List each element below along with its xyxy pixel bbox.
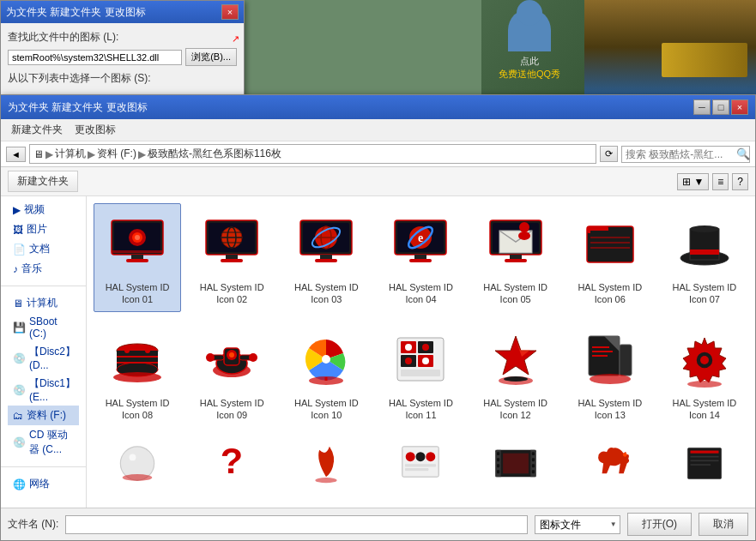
sidebar-item-c[interactable]: 💾 SBoot (C:) xyxy=(8,313,79,342)
icon-15 xyxy=(103,440,172,485)
bg-decoration: 点此 免费送他QQ秀 xyxy=(481,0,756,94)
docs-icon: 📄 xyxy=(13,243,26,255)
close-btn[interactable]: × xyxy=(731,99,748,115)
file-item-04[interactable]: e HAL System ID Icon 04 xyxy=(377,203,464,312)
sidebar-item-cd[interactable]: 💿 CD 驱动器 (C... xyxy=(8,425,79,460)
svg-rect-108 xyxy=(497,458,499,461)
bg-dialog-input-row: 浏览(B)... ↗ xyxy=(8,48,237,66)
file-item-11[interactable]: HAL System ID Icon 11 xyxy=(377,319,464,428)
icon-18 xyxy=(386,440,455,485)
maximize-btn[interactable]: □ xyxy=(712,99,729,115)
music-icon: ♪ xyxy=(13,263,18,275)
crumb-drive[interactable]: 资料 (F:) xyxy=(97,147,136,161)
file-item-15[interactable] xyxy=(94,434,181,485)
bg-dialog-label1: 查找此文件中的图标 (L): xyxy=(8,30,237,45)
back-btn[interactable]: ◄ xyxy=(6,147,26,162)
sidebar-label-d: 【Disc2】(D... xyxy=(29,345,76,371)
help-btn[interactable]: ? xyxy=(732,173,748,190)
svg-rect-84 xyxy=(620,345,632,376)
file-label-05: HAL System ID Icon 05 xyxy=(477,281,554,306)
file-item-05[interactable]: HAL System ID Icon 05 xyxy=(472,203,559,312)
icon-16: ? xyxy=(197,440,266,485)
crumb-sep1: ▶ xyxy=(45,148,53,160)
file-item-18[interactable] xyxy=(377,434,464,485)
svg-point-54 xyxy=(124,348,130,353)
refresh-btn[interactable]: ⟳ xyxy=(600,146,618,162)
sidebar-div2 xyxy=(1,466,86,467)
svg-point-99 xyxy=(406,452,415,461)
crumb-icon: 🖥 xyxy=(33,148,44,160)
arrow-indicator: ↗ xyxy=(232,33,239,45)
svg-rect-113 xyxy=(531,464,534,467)
content-area: ▶ 视频 🖼 图片 📄 文档 ♪ 音乐 🖥 xyxy=(1,196,755,508)
sidebar-item-music[interactable]: ♪ 音乐 xyxy=(8,259,79,279)
file-item-06[interactable]: HAL System ID Icon 06 xyxy=(566,203,654,312)
icon-09 xyxy=(197,325,266,394)
svg-marker-79 xyxy=(495,336,536,375)
file-item-17[interactable] xyxy=(282,434,370,485)
crumb-folder[interactable]: 极致酷炫-黑红色系图标116枚 xyxy=(148,147,281,161)
sidebar-item-video[interactable]: ▶ 视频 xyxy=(8,200,79,219)
search-icon[interactable]: 🔍 xyxy=(736,147,750,160)
file-grid: HAL System ID Icon 01 xyxy=(87,196,755,508)
svg-rect-119 xyxy=(690,456,718,458)
cancel-btn[interactable]: 取消 xyxy=(699,513,748,536)
sidebar-item-d[interactable]: 💿 【Disc2】(D... xyxy=(8,342,79,374)
file-item-20[interactable] xyxy=(566,434,654,485)
bg-dialog-path-input[interactable] xyxy=(8,50,182,65)
sidebar-item-docs[interactable]: 📄 文档 xyxy=(8,239,79,259)
file-item-10[interactable]: HAL System ID Icon 10 xyxy=(282,319,370,428)
new-folder-btn[interactable]: 新建文件夹 xyxy=(8,171,78,192)
svg-point-94 xyxy=(130,454,136,461)
svg-rect-121 xyxy=(690,464,711,466)
svg-point-76 xyxy=(405,358,412,364)
icon-13 xyxy=(576,325,644,394)
file-item-02[interactable]: HAL System ID Icon 02 xyxy=(188,203,275,312)
filetype-select[interactable]: 图标文件 xyxy=(535,515,620,534)
file-label-01: HAL System ID Icon 01 xyxy=(99,281,176,306)
file-item-12[interactable]: HAL System ID Icon 12 xyxy=(472,319,559,428)
pictures-icon: 🖼 xyxy=(13,224,23,236)
file-item-01[interactable]: HAL System ID Icon 01 xyxy=(94,203,181,312)
file-item-14[interactable]: HAL System ID Icon 14 xyxy=(661,319,748,428)
sidebar-item-e[interactable]: 💿 【Disc1】(E... xyxy=(8,374,79,406)
open-btn[interactable]: 打开(O) xyxy=(627,513,692,536)
sidebar-item-f[interactable]: 🗂 资料 (F:) xyxy=(8,406,79,425)
icon-05 xyxy=(481,209,550,278)
file-label-04: HAL System ID Icon 04 xyxy=(382,281,459,306)
menu-change-icon[interactable]: 更改图标 xyxy=(70,121,121,139)
svg-rect-87 xyxy=(592,351,613,352)
minimize-btn[interactable]: ─ xyxy=(693,99,711,115)
svg-point-74 xyxy=(405,344,412,351)
svg-point-97 xyxy=(316,478,337,483)
svg-text:?: ? xyxy=(221,440,243,481)
file-item-07[interactable]: HAL System ID Icon 07 xyxy=(661,203,748,312)
crumb-computer[interactable]: 计算机 xyxy=(55,147,86,161)
bg-dialog: 为文件夹 新建文件夹 更改图标 × 查找此文件中的图标 (L): 浏览(B)..… xyxy=(0,0,245,97)
file-label-09: HAL System ID Icon 09 xyxy=(193,397,270,422)
file-item-19[interactable] xyxy=(472,434,559,485)
file-item-13[interactable]: HAL System ID Icon 13 xyxy=(566,319,654,428)
svg-point-82 xyxy=(504,376,528,382)
cd-icon: 💿 xyxy=(13,436,26,448)
file-item-16[interactable]: ? xyxy=(188,434,275,485)
file-item-21[interactable] xyxy=(661,434,748,485)
icon-07 xyxy=(670,209,739,278)
sidebar-item-pictures[interactable]: 🖼 图片 xyxy=(8,219,79,239)
file-item-08[interactable]: HAL System ID Icon 08 xyxy=(94,319,181,428)
icon-11 xyxy=(386,325,455,394)
filename-input[interactable] xyxy=(65,515,527,534)
sidebar-item-computer[interactable]: 🖥 计算机 xyxy=(8,293,79,313)
menu-new-folder[interactable]: 新建文件夹 xyxy=(6,121,68,139)
file-item-03[interactable]: HAL System ID Icon 03 xyxy=(282,203,370,312)
sidebar-section-network: 🌐 网络 xyxy=(1,471,86,497)
details-toggle-btn[interactable]: ≡ xyxy=(712,173,729,190)
view-toggle-btn[interactable]: ⊞ ▼ xyxy=(677,173,709,190)
sidebar-item-network[interactable]: 🌐 网络 xyxy=(8,474,79,494)
file-item-09[interactable]: HAL System ID Icon 09 xyxy=(188,319,275,428)
search-input[interactable] xyxy=(621,146,750,163)
bg-dialog-browse-btn[interactable]: 浏览(B)... ↗ xyxy=(185,48,237,66)
bg-dialog-close-btn[interactable]: × xyxy=(221,4,239,20)
sidebar-label-cd: CD 驱动器 (C... xyxy=(29,428,74,457)
sidebar-label-music: 音乐 xyxy=(21,261,42,276)
